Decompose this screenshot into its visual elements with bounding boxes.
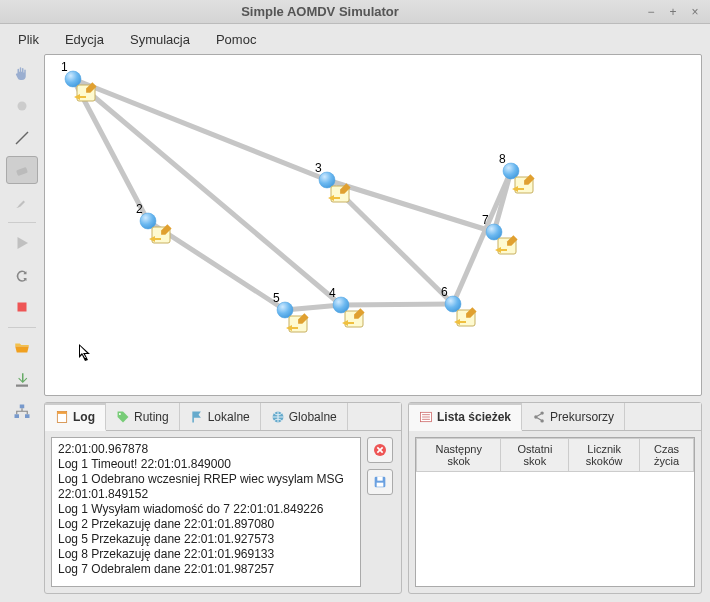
paths-table: Następny skokOstatni skokLicznik skokówC… bbox=[416, 438, 694, 472]
tab-left-3[interactable]: Globalne bbox=[261, 403, 348, 430]
tabbar-right: Lista ścieżekPrekursorzy bbox=[409, 403, 701, 431]
eraser-tool[interactable] bbox=[6, 156, 38, 184]
node-3[interactable]: 3 bbox=[315, 161, 351, 202]
svg-point-26 bbox=[119, 412, 121, 414]
note-icon bbox=[454, 307, 477, 326]
toolbar-left bbox=[0, 54, 44, 602]
menu-symulacja[interactable]: Symulacja bbox=[120, 28, 200, 51]
save-log-button[interactable] bbox=[367, 469, 393, 495]
svg-rect-2 bbox=[16, 167, 28, 176]
col-header[interactable]: Następny skok bbox=[417, 439, 501, 472]
graph-svg: 12345678 bbox=[45, 55, 693, 396]
note-icon bbox=[74, 82, 97, 101]
menu-edycja[interactable]: Edycja bbox=[55, 28, 114, 51]
tab-right-1[interactable]: Prekursorzy bbox=[522, 403, 625, 430]
log-line: Log 1 Timeout! 22:01:01.849000 bbox=[58, 457, 354, 472]
tab-left-0[interactable]: Log bbox=[45, 403, 106, 431]
edge bbox=[285, 305, 341, 310]
tab-left-2[interactable]: Lokalne bbox=[180, 403, 261, 430]
svg-rect-6 bbox=[15, 414, 20, 418]
log-line: Log 1 Wysyłam wiadomość do 7 22:01:01.84… bbox=[58, 502, 354, 517]
line-tool[interactable] bbox=[6, 124, 38, 152]
brush-tool[interactable] bbox=[6, 188, 38, 216]
log-line: Log 7 Odebralem dane 22:01:01.987257 bbox=[58, 562, 354, 577]
tab-label: Lokalne bbox=[208, 410, 250, 424]
note-icon bbox=[512, 174, 535, 193]
node-label: 4 bbox=[329, 286, 336, 300]
maximize-button[interactable]: + bbox=[664, 3, 682, 21]
log-line: 22:01:00.967878 bbox=[58, 442, 354, 457]
note-icon bbox=[286, 313, 309, 332]
log-textarea[interactable]: 22:01:00.967878Log 1 Timeout! 22:01:01.8… bbox=[51, 437, 361, 587]
save-button[interactable] bbox=[6, 366, 38, 394]
tab-label: Ruting bbox=[134, 410, 169, 424]
tab-label: Prekursorzy bbox=[550, 410, 614, 424]
node-label: 6 bbox=[441, 285, 448, 299]
stop-button[interactable] bbox=[6, 293, 38, 321]
paths-table-wrap[interactable]: Następny skokOstatni skokLicznik skokówC… bbox=[415, 437, 695, 587]
window-title: Simple AOMDV Simulator bbox=[0, 4, 640, 19]
svg-rect-25 bbox=[57, 412, 66, 414]
col-header[interactable]: Ostatni skok bbox=[501, 439, 569, 472]
node-label: 5 bbox=[273, 291, 280, 305]
close-button[interactable]: × bbox=[686, 3, 704, 21]
node-label: 3 bbox=[315, 161, 322, 175]
svg-point-0 bbox=[18, 102, 27, 111]
circle-tool[interactable] bbox=[6, 92, 38, 120]
menu-pomoc[interactable]: Pomoc bbox=[206, 28, 266, 51]
graph-canvas[interactable]: 12345678 bbox=[44, 54, 702, 396]
svg-rect-4 bbox=[16, 385, 28, 387]
node-1[interactable]: 1 bbox=[61, 60, 97, 101]
node-label: 2 bbox=[136, 202, 143, 216]
svg-rect-3 bbox=[18, 303, 27, 312]
network-button[interactable] bbox=[6, 398, 38, 426]
tab-right-0[interactable]: Lista ścieżek bbox=[409, 403, 522, 431]
note-icon bbox=[328, 183, 351, 202]
node-label: 7 bbox=[482, 213, 489, 227]
open-button[interactable] bbox=[6, 334, 38, 362]
note-icon bbox=[149, 224, 172, 243]
svg-line-1 bbox=[16, 132, 28, 144]
log-line: Log 2 Przekazuję dane 22:01:01.897080 bbox=[58, 517, 354, 532]
hand-tool[interactable] bbox=[6, 60, 38, 88]
tabbar-left: LogRutingLokalneGlobalne bbox=[45, 403, 401, 431]
col-header[interactable]: Licznik skoków bbox=[569, 439, 640, 472]
cursor-icon bbox=[79, 344, 95, 364]
svg-rect-7 bbox=[25, 414, 30, 418]
node-5[interactable]: 5 bbox=[273, 291, 309, 332]
note-icon bbox=[342, 308, 365, 327]
svg-rect-5 bbox=[20, 405, 25, 409]
tab-left-1[interactable]: Ruting bbox=[106, 403, 180, 430]
svg-rect-30 bbox=[377, 477, 382, 481]
svg-rect-31 bbox=[377, 483, 384, 487]
menubar: Plik Edycja Symulacja Pomoc bbox=[0, 24, 710, 54]
tab-label: Globalne bbox=[289, 410, 337, 424]
col-header[interactable]: Czas życia bbox=[639, 439, 693, 472]
note-icon bbox=[495, 235, 518, 254]
node-label: 1 bbox=[61, 60, 68, 74]
tab-label: Lista ścieżek bbox=[437, 410, 511, 424]
panel-left: LogRutingLokalneGlobalne 22:01:00.967878… bbox=[44, 402, 402, 594]
step-button[interactable] bbox=[6, 261, 38, 289]
titlebar: Simple AOMDV Simulator − + × bbox=[0, 0, 710, 24]
clear-log-button[interactable] bbox=[367, 437, 393, 463]
edge bbox=[341, 304, 453, 305]
minimize-button[interactable]: − bbox=[642, 3, 660, 21]
node-label: 8 bbox=[499, 152, 506, 166]
log-line: Log 1 Odebrano wczesniej RREP wiec wysyl… bbox=[58, 472, 354, 502]
log-line: Log 5 Przekazuję dane 22:01:01.927573 bbox=[58, 532, 354, 547]
edge bbox=[73, 79, 341, 305]
play-button[interactable] bbox=[6, 229, 38, 257]
tab-label: Log bbox=[73, 410, 95, 424]
node-2[interactable]: 2 bbox=[136, 202, 172, 243]
menu-plik[interactable]: Plik bbox=[8, 28, 49, 51]
log-line: Log 8 Przekazuję dane 22:01:01.969133 bbox=[58, 547, 354, 562]
edge bbox=[73, 79, 327, 180]
panel-right: Lista ścieżekPrekursorzy Następny skokOs… bbox=[408, 402, 702, 594]
